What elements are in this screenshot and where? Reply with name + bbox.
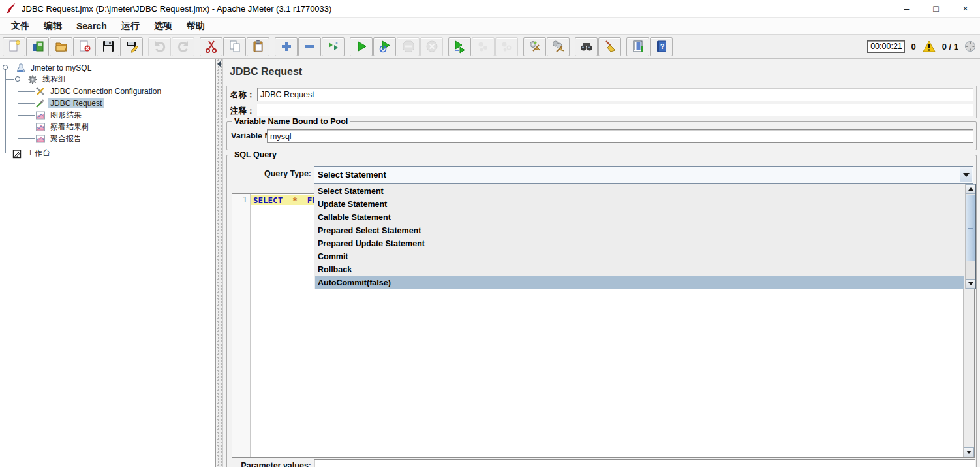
menu-file[interactable]: 文件 [4, 18, 37, 34]
scrollbar-thumb[interactable] [966, 195, 975, 261]
menu-bar: 文件 编辑 Search 运行 选项 帮助 [0, 18, 980, 35]
start-no-pauses-icon [378, 39, 392, 54]
warning-icon[interactable] [922, 40, 936, 53]
scrollbar-down-button[interactable] [966, 279, 975, 289]
query-type-label: Query Type: [227, 169, 311, 178]
tree-item-jdbc-request[interactable]: JDBC Request [35, 97, 104, 108]
name-label: 名称： [230, 89, 255, 101]
toggle-button[interactable] [322, 37, 345, 56]
copy-button[interactable] [223, 37, 246, 56]
scrollbar-up-button[interactable] [966, 184, 975, 194]
arrow-up-icon [968, 187, 973, 191]
redo-icon [176, 39, 191, 54]
dropdown-option[interactable]: Prepared Update Statement [315, 237, 964, 250]
menu-options[interactable]: 选项 [147, 18, 179, 34]
menu-search[interactable]: Search [69, 18, 114, 34]
remote-stop-all-icon [476, 39, 491, 54]
maximize-button[interactable]: □ [921, 0, 951, 17]
new-file-button[interactable] [3, 37, 25, 56]
help-icon: ? [654, 39, 669, 54]
scrollbar-down-button[interactable] [964, 447, 974, 457]
search-icon [579, 39, 594, 54]
start-button[interactable] [350, 37, 373, 56]
collapse-all-button[interactable] [298, 37, 321, 56]
name-comment-box: 名称： JDBC Request 注释： [226, 86, 977, 118]
menu-edit[interactable]: 编辑 [37, 18, 69, 34]
variable-name-input[interactable]: mysql [267, 129, 973, 143]
listener-icon [35, 122, 46, 133]
close-file-icon [78, 39, 92, 54]
tree-item-label: JDBC Connection Configuration [48, 86, 163, 97]
expand-all-icon [279, 39, 294, 54]
parameter-values-label: Parameter values: [227, 461, 311, 467]
panel-splitter[interactable] [217, 59, 223, 467]
listener-icon [35, 134, 46, 144]
start-no-pauses-button[interactable] [373, 37, 396, 56]
toolbar: ? 00:00:21 0 0 / 1 [0, 35, 980, 59]
tree-item-workbench[interactable]: 工作台 [12, 148, 52, 159]
function-helper-button[interactable] [626, 37, 649, 56]
tree-item-aggregate-report[interactable]: 聚合报告 [35, 133, 84, 144]
parameter-values-input[interactable] [314, 459, 975, 467]
dropdown-option[interactable]: Rollback [315, 263, 964, 276]
query-type-combobox[interactable]: Select Statement [314, 166, 973, 184]
tree-item-view-results-tree[interactable]: 察看结果树 [35, 121, 91, 133]
dropdown-option[interactable]: Commit [315, 250, 964, 263]
dropdown-scrollbar[interactable] [965, 184, 975, 289]
tree-item-test-plan[interactable]: Jmeter to mySQL [16, 62, 93, 73]
remote-shutdown-all-button [495, 37, 518, 56]
paste-button[interactable] [247, 37, 269, 56]
save-as-button[interactable] [120, 37, 143, 56]
editor-gutter: 1 [232, 194, 251, 457]
comment-input[interactable] [257, 104, 973, 116]
dropdown-option[interactable]: Select Statement [315, 185, 964, 198]
variable-pool-group: Variable Name Bound to Pool Variable Nam… [226, 121, 977, 150]
tree-item-jdbc-connection-configuration[interactable]: JDBC Connection Configuration [35, 86, 163, 97]
redo-button [172, 37, 194, 56]
search-reset-button[interactable] [598, 37, 621, 56]
open-file-button[interactable] [50, 37, 72, 56]
tree-guide-line [5, 153, 11, 153]
help-button[interactable]: ? [650, 37, 673, 56]
expand-all-button[interactable] [275, 37, 298, 56]
tree-item-graph-results[interactable]: 图形结果 [35, 110, 84, 121]
templates-button[interactable] [26, 37, 49, 56]
tree-expand-handle[interactable] [3, 65, 8, 70]
tree-item-thread-group[interactable]: 线程组 [27, 74, 68, 85]
clear-button[interactable] [523, 37, 546, 56]
save-button[interactable] [97, 37, 119, 56]
dropdown-option[interactable]: Callable Statement [315, 211, 964, 224]
start-icon [354, 39, 369, 54]
config-element-icon [35, 86, 46, 97]
clear-all-button[interactable] [547, 37, 570, 56]
dropdown-option-highlighted[interactable]: AutoCommit(false) [315, 276, 964, 289]
menu-help[interactable]: 帮助 [179, 18, 212, 34]
thread-count: 0 / 1 [942, 42, 958, 52]
splitter-collapse-icon[interactable] [217, 61, 221, 67]
clear-icon [528, 39, 542, 54]
tree-expand-handle[interactable] [15, 76, 20, 82]
thread-group-icon [27, 74, 38, 85]
name-input[interactable]: JDBC Request [257, 88, 973, 101]
jdbc-request-panel: JDBC Request 名称： JDBC Request 注释： Variab… [223, 59, 980, 467]
toggle-icon [326, 39, 341, 54]
minimize-button[interactable]: – [892, 0, 921, 17]
window-title: JDBC Request.jmx (D:\jmeter\JDBC Request… [22, 4, 331, 14]
test-activity-icon [964, 40, 976, 52]
line-number: 1 [243, 195, 247, 205]
dropdown-option[interactable]: Prepared Select Statement [315, 224, 964, 237]
tree-guide-line [18, 80, 18, 139]
close-button[interactable]: × [951, 0, 980, 17]
workbench-icon [12, 148, 22, 159]
cut-button[interactable] [200, 37, 222, 56]
tree-item-label: 线程组 [40, 73, 68, 86]
tree-guide-line [18, 138, 35, 139]
search-reset-icon [603, 39, 617, 54]
dropdown-option[interactable]: Update Statement [315, 198, 964, 211]
close-file-button[interactable] [73, 37, 96, 56]
remote-start-all-button[interactable] [448, 37, 471, 56]
combobox-arrow-button[interactable] [960, 167, 972, 182]
arrow-down-icon [966, 451, 972, 454]
search-button[interactable] [575, 37, 598, 56]
menu-run[interactable]: 运行 [114, 18, 147, 34]
